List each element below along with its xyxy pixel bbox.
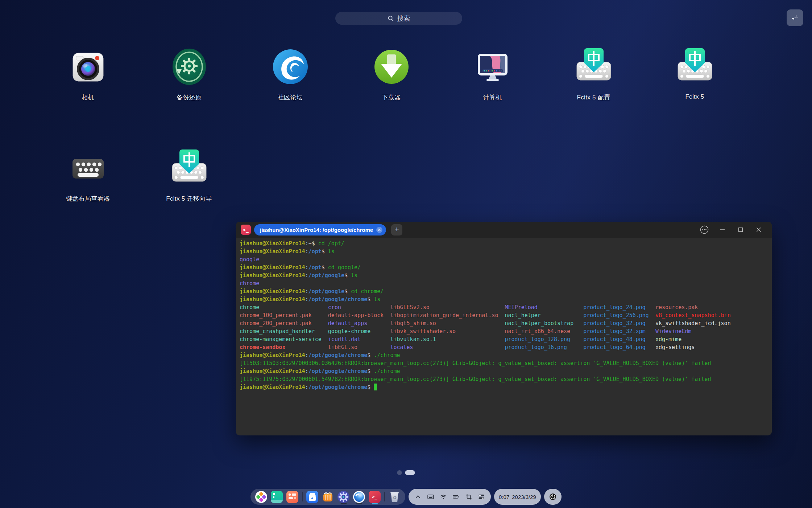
dock-item-app-store[interactable] [322, 489, 334, 505]
search-icon [388, 15, 394, 22]
keyboard-icon[interactable] [427, 493, 434, 500]
fcitx-icon [574, 47, 614, 87]
running-indicator [372, 503, 378, 504]
app-downloader-0-3[interactable]: 下载器 [341, 47, 442, 102]
terminal-window: >_ jiashun@XiaoXinPro14: /opt/google/chr… [236, 222, 772, 435]
tab-close-button[interactable] [376, 227, 382, 233]
menu-ellipsis-icon [700, 225, 709, 234]
trash-icon: ♻ [389, 491, 401, 503]
app-computer-0-4[interactable]: 计算机 [442, 47, 543, 102]
power-button[interactable] [544, 489, 562, 505]
launcher-mode-toggle-button[interactable] [787, 9, 803, 26]
app-label: 相机 [37, 93, 138, 102]
app-label: 社区论坛 [240, 93, 341, 102]
app-camera-0-0[interactable]: 相机 [37, 47, 138, 102]
app-label: 键盘布局查看器 [37, 194, 138, 203]
kbviewer-icon [68, 148, 108, 188]
system-tray [409, 489, 491, 505]
dock-item-browser[interactable] [353, 489, 365, 505]
app-fcitx-1-1[interactable]: Fcitx 5 迁移向导 [138, 148, 240, 203]
app-label: Fcitx 5 配置 [543, 93, 644, 102]
dock-item-trash[interactable]: ♻ [389, 489, 401, 505]
app-grid-icon [286, 491, 298, 503]
close-icon [378, 228, 381, 232]
app-kbviewer-1-0[interactable]: 键盘布局查看器 [37, 148, 138, 203]
dock-item-multitasking-view[interactable] [271, 489, 283, 505]
clock-date: 2023/3/29 [512, 494, 536, 500]
power-icon [548, 492, 557, 501]
terminal-titlebar[interactable]: >_ jiashun@XiaoXinPro14: /opt/google/chr… [236, 222, 772, 238]
fcitx-icon [675, 47, 715, 87]
dock-item-control-center[interactable] [337, 489, 349, 505]
app-label: 下载器 [341, 93, 442, 102]
app-label: Fcitx 5 迁移向导 [138, 194, 240, 203]
pager-dot-page-2-active[interactable] [405, 470, 415, 475]
new-tab-button[interactable]: + [391, 224, 402, 235]
downloader-icon [372, 47, 411, 87]
clock-widget[interactable]: 0:07 2023/3/29 [494, 489, 541, 505]
minimize-button[interactable] [717, 225, 728, 235]
toggles-icon[interactable] [478, 493, 485, 500]
backup-icon [169, 47, 209, 87]
terminal-tab-title: jiashun@XiaoXinPro14: /opt/google/chrome [260, 227, 373, 233]
maximize-icon [738, 227, 743, 233]
community-icon [270, 47, 310, 87]
app-label: 备份还原 [138, 93, 240, 102]
dock-separator [384, 492, 385, 501]
app-store-icon [322, 491, 334, 503]
computer-icon [473, 47, 513, 87]
multitasking-view-icon [271, 491, 283, 503]
app-fcitx-0-5[interactable]: Fcitx 5 配置 [543, 47, 644, 102]
fcitx-icon [169, 148, 209, 188]
wifi-icon[interactable] [440, 493, 447, 500]
maximize-button[interactable] [736, 225, 746, 235]
app-label: 计算机 [442, 93, 543, 102]
terminal-icon: >_ [369, 491, 381, 503]
app-community-0-2[interactable]: 社区论坛 [240, 47, 341, 102]
clock-time: 0:07 [499, 494, 509, 500]
battery-icon[interactable] [452, 493, 460, 500]
close-icon [756, 227, 762, 233]
running-indicator [340, 503, 347, 504]
dock-item-app-grid[interactable] [286, 489, 298, 505]
dock-separator [302, 492, 303, 501]
minimize-icon [720, 227, 725, 233]
app-backup-0-1[interactable]: 备份还原 [138, 47, 240, 102]
terminal-cursor [374, 384, 377, 390]
dock-item-file-manager[interactable] [306, 489, 318, 505]
close-window-button[interactable] [754, 225, 764, 235]
app-label: Fcitx 5 [644, 93, 745, 101]
page-indicator [397, 470, 415, 475]
expand-icon[interactable] [414, 493, 422, 500]
file-manager-icon [306, 491, 318, 503]
pager-dot-page-1[interactable] [397, 470, 402, 475]
dock-item-launcher[interactable] [255, 489, 267, 505]
window-menu-button[interactable] [699, 225, 709, 235]
dock-item-terminal[interactable]: >_ [369, 489, 381, 505]
search-input[interactable]: 搜索 [335, 12, 462, 25]
mode-toggle-icon [791, 14, 799, 22]
launcher-icon [255, 491, 267, 503]
dock-app-area: >_ ♻ [250, 489, 405, 505]
app-fcitx-0-6[interactable]: Fcitx 5 [644, 47, 745, 101]
dock: >_ ♻ 0:07 2023/3/29 [250, 489, 562, 505]
control-center-icon [337, 491, 349, 503]
terminal-output[interactable]: jiashun@XiaoXinPro14:~$ cd /opt/ jiashun… [236, 238, 772, 393]
terminal-app-icon: >_ [241, 225, 251, 235]
search-placeholder: 搜索 [397, 14, 410, 23]
terminal-tab[interactable]: jiashun@XiaoXinPro14: /opt/google/chrome [254, 224, 386, 235]
browser-icon [353, 491, 365, 503]
screenshot-icon[interactable] [465, 493, 472, 500]
running-indicator [356, 503, 362, 504]
camera-icon [68, 47, 108, 87]
desktop: { "topbar": { "search_placeholder": "搜索"… [0, 0, 812, 508]
